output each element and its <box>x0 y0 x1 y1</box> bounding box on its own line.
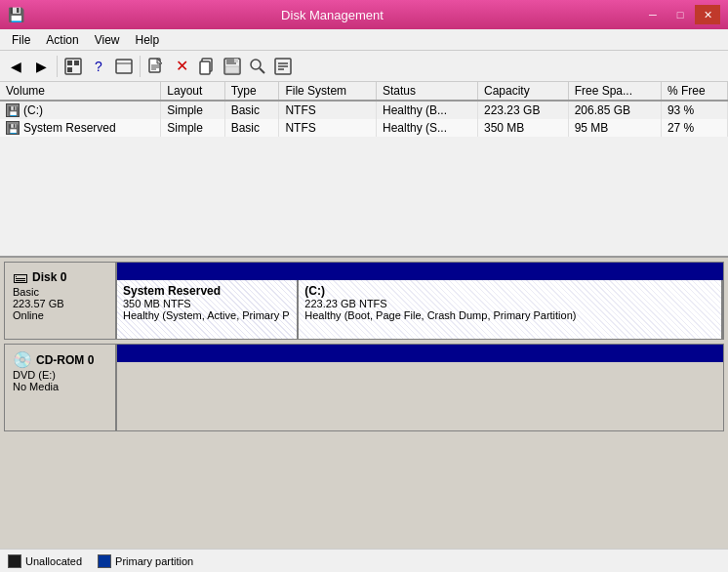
disk-0-partitions: System Reserved 350 MB NTFS Healthy (Sys… <box>117 263 723 339</box>
disk-0-header-bar <box>117 263 723 280</box>
system-reserved-partition[interactable]: System Reserved 350 MB NTFS Healthy (Sys… <box>117 280 299 339</box>
system-reserved-health: Healthy (System, Active, Primary P <box>123 309 291 321</box>
disk-0-status: Online <box>13 309 107 321</box>
main-area: Volume Layout Type File System Status Ca… <box>0 82 728 549</box>
cdrom-0-name: CD-ROM 0 <box>36 353 94 367</box>
disk-0-row: 🖴 Disk 0 Basic 223.57 GB Online System R… <box>4 262 724 340</box>
toolbar-search[interactable] <box>246 55 269 78</box>
legend-primary: Primary partition <box>98 554 193 568</box>
drive-icon: 💾 <box>6 103 20 117</box>
cell-capacity: 223.23 GB <box>478 101 569 119</box>
back-button[interactable]: ◀ <box>4 55 27 78</box>
legend-primary-label: Primary partition <box>115 555 193 567</box>
cdrom-0-partitions <box>117 345 723 430</box>
legend-primary-box <box>98 554 111 568</box>
menu-action[interactable]: Action <box>38 31 86 49</box>
cell-status: Healthy (B... <box>377 101 478 119</box>
cell-freespace: 206.85 GB <box>568 101 661 119</box>
cdrom-0-header-bar <box>117 345 723 362</box>
c-drive-size: 223.23 GB NTFS <box>304 298 715 309</box>
volume-table: Volume Layout Type File System Status Ca… <box>0 82 728 137</box>
title-bar: 💾 Disk Management ─ □ ✕ <box>0 0 728 29</box>
toolbar-separator-1 <box>57 56 58 77</box>
col-percentfree[interactable]: % Free <box>661 82 727 101</box>
menu-view[interactable]: View <box>87 31 128 49</box>
disk-0-size: 223.57 GB <box>13 298 107 309</box>
svg-rect-14 <box>234 59 238 62</box>
toolbar-new[interactable] <box>144 55 168 78</box>
cell-type: Basic <box>224 119 279 137</box>
menu-bar: File Action View Help <box>0 29 728 51</box>
toolbar-separator-2 <box>140 56 141 77</box>
toolbar-delete[interactable]: ✕ <box>170 55 193 78</box>
cell-type: Basic <box>224 101 279 119</box>
cdrom-0-partition <box>117 362 723 430</box>
toolbar-btn-help[interactable]: ? <box>87 55 110 78</box>
maximize-button[interactable]: □ <box>667 5 693 24</box>
svg-rect-4 <box>116 60 132 73</box>
cdrom-0-status: No Media <box>13 381 107 392</box>
disk-0-type: Basic <box>13 286 107 298</box>
cdrom-0-type: DVD (E:) <box>13 369 107 381</box>
col-type[interactable]: Type <box>224 82 279 101</box>
col-volume[interactable]: Volume <box>0 82 161 101</box>
cell-freespace: 95 MB <box>568 119 661 137</box>
svg-rect-1 <box>67 61 72 65</box>
disk-icon: 🖴 <box>13 268 28 286</box>
col-capacity[interactable]: Capacity <box>478 82 569 101</box>
toolbar-save[interactable] <box>221 55 244 78</box>
menu-file[interactable]: File <box>4 31 38 49</box>
svg-rect-3 <box>67 67 72 72</box>
table-row[interactable]: 💾 (C:) Simple Basic NTFS Healthy (B... 2… <box>0 101 728 119</box>
cell-volume: 💾 (C:) <box>0 101 161 119</box>
svg-line-17 <box>260 68 264 73</box>
minimize-button[interactable]: ─ <box>640 5 666 24</box>
cell-layout: Simple <box>161 119 224 137</box>
disk-table-area: Volume Layout Type File System Status Ca… <box>0 82 728 258</box>
cell-filesystem: NTFS <box>279 101 377 119</box>
cell-status: Healthy (S... <box>377 119 478 137</box>
cell-volume: 💾 System Reserved <box>0 119 161 137</box>
disk-0-partition-wrapper: System Reserved 350 MB NTFS Healthy (Sys… <box>117 280 723 339</box>
cdrom-0-label: 💿 CD-ROM 0 DVD (E:) No Media <box>5 345 117 430</box>
menu-help[interactable]: Help <box>128 31 168 49</box>
close-button[interactable]: ✕ <box>695 5 720 24</box>
legend-unalloc-label: Unallocated <box>25 555 82 567</box>
forward-button[interactable]: ▶ <box>29 55 53 78</box>
cell-layout: Simple <box>161 101 224 119</box>
system-reserved-size: 350 MB NTFS <box>123 298 291 309</box>
svg-rect-2 <box>74 61 79 65</box>
legend-unallocated: Unallocated <box>8 554 82 568</box>
app-icon: 💾 <box>8 7 24 22</box>
cdrom-0-row: 💿 CD-ROM 0 DVD (E:) No Media <box>4 344 724 431</box>
window-title: Disk Management <box>24 8 640 22</box>
col-filesystem[interactable]: File System <box>279 82 377 101</box>
c-drive-name: (C:) <box>304 284 715 298</box>
cell-filesystem: NTFS <box>279 119 377 137</box>
system-reserved-name: System Reserved <box>123 284 291 298</box>
toolbar-properties[interactable] <box>271 55 295 78</box>
cell-percentfree: 93 % <box>661 101 727 119</box>
table-row[interactable]: 💾 System Reserved Simple Basic NTFS Heal… <box>0 119 728 137</box>
cdrom-icon: 💿 <box>13 350 32 369</box>
toolbar-btn-3[interactable] <box>61 55 85 78</box>
svg-rect-15 <box>225 66 239 73</box>
disk-0-name: Disk 0 <box>32 270 66 284</box>
c-drive-partition[interactable]: (C:) 223.23 GB NTFS Healthy (Boot, Page … <box>299 280 723 339</box>
status-bar: Unallocated Primary partition <box>0 549 728 572</box>
window-controls: ─ □ ✕ <box>640 5 720 24</box>
cell-percentfree: 27 % <box>661 119 727 137</box>
svg-point-16 <box>251 60 261 69</box>
c-drive-health: Healthy (Boot, Page File, Crash Dump, Pr… <box>304 309 715 321</box>
col-layout[interactable]: Layout <box>161 82 224 101</box>
col-status[interactable]: Status <box>377 82 478 101</box>
drive-icon: 💾 <box>6 121 20 135</box>
col-freespace[interactable]: Free Spa... <box>568 82 661 101</box>
legend-unalloc-box <box>8 554 21 568</box>
disk-view-area: 🖴 Disk 0 Basic 223.57 GB Online System R… <box>0 258 728 549</box>
svg-rect-11 <box>200 61 210 74</box>
toolbar: ◀ ▶ ? ✕ <box>0 51 728 82</box>
disk-0-label: 🖴 Disk 0 Basic 223.57 GB Online <box>5 263 117 339</box>
toolbar-btn-5[interactable] <box>112 55 136 78</box>
toolbar-copy[interactable] <box>195 55 219 78</box>
